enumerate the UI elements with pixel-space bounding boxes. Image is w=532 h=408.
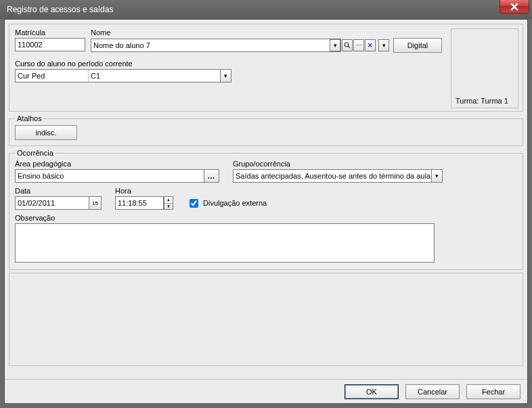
close-button[interactable]: Fechar: [466, 384, 520, 399]
matricula-label: Matrícula: [15, 28, 91, 37]
client-area: Matrícula Nome Nome do aluno 7 ▾: [4, 19, 528, 404]
turma-label: Turma: Turma 1: [456, 97, 508, 105]
spin-up-icon[interactable]: ▲: [164, 197, 173, 204]
turma-box: Turma: Turma 1: [451, 28, 518, 108]
calendar-icon: 15: [92, 200, 98, 206]
nome-dropdown-button[interactable]: ▾: [330, 39, 340, 51]
close-window-button[interactable]: [500, 0, 529, 14]
hora-input-wrap: ▲ ▼: [115, 196, 173, 210]
empty-panel: [9, 273, 523, 366]
browse-button[interactable]: ⋯: [353, 39, 364, 51]
atalhos-group: Atalhos indisc.: [9, 114, 523, 146]
area-combo[interactable]: Ensino básico: [15, 169, 204, 183]
divulgacao-checkbox[interactable]: [190, 199, 198, 208]
footer: OK Cancelar Fechar: [5, 379, 527, 403]
calendar-button[interactable]: 15: [89, 196, 102, 210]
ocorrencia-legend: Ocorrência: [15, 149, 56, 157]
grupo-combo[interactable]: Saídas antecipadas, Ausentou-se antes do…: [233, 169, 443, 183]
ok-button[interactable]: OK: [345, 384, 399, 399]
divulgacao-label: Divulgação externa: [203, 199, 267, 207]
area-value: Ensino básico: [16, 172, 204, 180]
ocorrencia-group: Ocorrência Área pedagógica Ensino básico…: [9, 149, 523, 270]
curso-combo[interactable]: Cur Ped C1 ▾: [15, 69, 231, 83]
curso-col2: C1: [89, 72, 220, 80]
data-input-wrap: 15: [15, 196, 102, 210]
window-title: Registro de acessos e saídas: [7, 5, 113, 14]
curso-label: Curso do aluno no período corrente: [15, 60, 517, 68]
matricula-input[interactable]: [15, 38, 85, 51]
obs-label: Observação: [15, 214, 517, 222]
svg-line-1: [348, 46, 350, 48]
data-input[interactable]: [15, 196, 89, 210]
close-icon: [510, 3, 518, 11]
clear-button[interactable]: ✕: [365, 39, 376, 51]
search-button[interactable]: [342, 39, 353, 51]
nome-value: Nome do aluno 7: [93, 41, 329, 49]
area-label: Área pedagógica: [15, 160, 219, 168]
grupo-value: Saídas antecipadas, Ausentou-se antes do…: [234, 172, 431, 180]
data-label: Data: [15, 187, 102, 195]
area-browse-button[interactable]: …: [204, 169, 219, 183]
titlebar: Registro de acessos e saídas: [0, 0, 532, 19]
hora-label: Hora: [115, 187, 173, 195]
student-panel: Matrícula Nome Nome do aluno 7 ▾: [9, 24, 523, 112]
curso-dropdown-button[interactable]: ▾: [220, 70, 231, 82]
grupo-dropdown-button[interactable]: ▾: [431, 170, 442, 182]
spin-down-icon[interactable]: ▼: [164, 204, 173, 210]
extra-dropdown-button[interactable]: ▾: [378, 39, 389, 51]
hora-spinner[interactable]: ▲ ▼: [164, 196, 173, 210]
svg-point-0: [345, 43, 349, 47]
nome-combo[interactable]: Nome do aluno 7 ▾: [91, 39, 341, 52]
window: Registro de acessos e saídas Matrícula N…: [0, 0, 532, 408]
search-icon: [344, 42, 351, 49]
cancel-button[interactable]: Cancelar: [405, 384, 460, 399]
digital-button[interactable]: Digital: [393, 38, 442, 53]
hora-input[interactable]: [115, 196, 164, 210]
grupo-label: Grupo/ocorrência: [233, 160, 443, 168]
obs-textarea[interactable]: [15, 223, 435, 263]
indisc-button[interactable]: indisc.: [15, 125, 77, 140]
curso-col1: Cur Ped: [16, 70, 89, 82]
atalhos-legend: Atalhos: [15, 114, 44, 122]
